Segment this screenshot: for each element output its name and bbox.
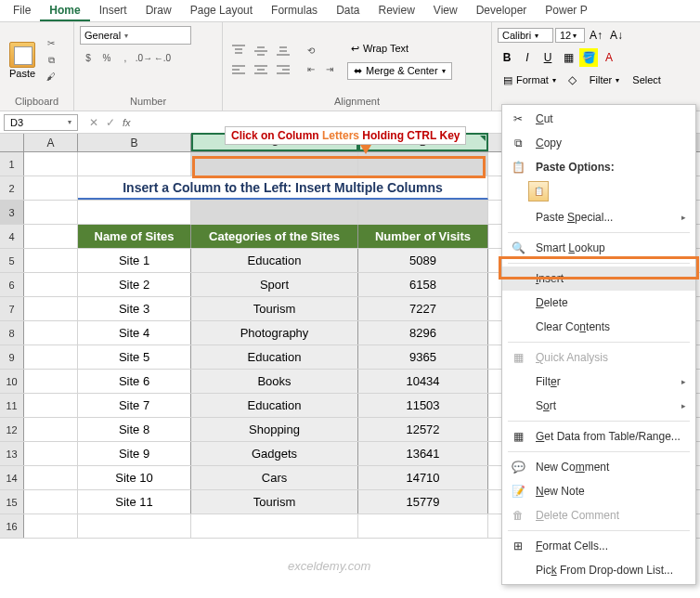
cell[interactable] [24, 152, 78, 176]
comma-icon[interactable]: , [117, 50, 134, 65]
ctx-filter[interactable]: Filter▸ [502, 370, 695, 394]
decrease-indent-icon[interactable]: ⇤ [303, 62, 319, 77]
data-name-cell[interactable]: Site 6 [78, 370, 191, 393]
tab-page-layout[interactable]: Page Layout [181, 0, 262, 21]
cell[interactable] [78, 152, 191, 176]
paste-option-all[interactable]: 📋 [528, 181, 549, 202]
align-bottom-icon[interactable] [273, 41, 293, 59]
col-header-a[interactable]: A [24, 134, 78, 151]
data-name-cell[interactable]: Site 3 [78, 297, 191, 320]
fx-icon[interactable]: fx [123, 117, 131, 128]
cell[interactable] [24, 297, 78, 320]
row-header[interactable]: 7 [0, 297, 24, 320]
ctx-get-data[interactable]: ▦Get Data from Table/Range... [502, 424, 695, 448]
data-category-cell[interactable]: Cars [191, 466, 358, 489]
cell[interactable] [24, 394, 78, 417]
decrease-font-icon[interactable]: A↓ [607, 26, 626, 45]
data-category-cell[interactable]: Education [191, 345, 358, 369]
align-left-icon[interactable] [228, 61, 249, 80]
cell[interactable] [78, 514, 191, 538]
header-visits[interactable]: Number of Visits [358, 225, 488, 248]
data-visits-cell[interactable]: 6158 [358, 273, 488, 296]
cell[interactable] [358, 514, 488, 538]
data-category-cell[interactable]: Shopping [191, 418, 358, 441]
cell[interactable] [24, 249, 78, 272]
data-category-cell[interactable]: Education [191, 394, 358, 417]
data-visits-cell[interactable]: 7227 [358, 297, 488, 320]
merge-center-button[interactable]: ⬌ Merge & Center ▾ [347, 62, 452, 80]
font-size-combo[interactable]: 12▾ [555, 28, 585, 43]
data-category-cell[interactable]: Tourism [191, 490, 358, 514]
increase-indent-icon[interactable]: ⇥ [321, 62, 338, 77]
wrap-text-button[interactable]: ↩ Wrap Text [347, 41, 452, 57]
paste-button[interactable]: Paste [6, 40, 39, 81]
row-header[interactable]: 15 [0, 490, 24, 514]
fill-color-button[interactable]: 🪣 [579, 48, 598, 67]
data-name-cell[interactable]: Site 8 [78, 418, 191, 441]
cell[interactable] [191, 201, 358, 224]
ctx-paste-special[interactable]: Paste Special...▸ [502, 205, 695, 229]
cell[interactable] [191, 514, 358, 538]
cell[interactable] [24, 201, 78, 224]
tab-data[interactable]: Data [327, 0, 369, 21]
number-format-combo[interactable]: General▾ [80, 26, 191, 45]
tab-insert[interactable]: Insert [90, 0, 136, 21]
cell[interactable] [24, 442, 78, 465]
data-name-cell[interactable]: Site 11 [78, 490, 191, 514]
ctx-pick-dropdown[interactable]: Pick From Drop-down List... [502, 558, 695, 582]
data-visits-cell[interactable]: 11503 [358, 394, 488, 417]
select-all-corner[interactable] [0, 134, 24, 151]
data-visits-cell[interactable]: 15779 [358, 490, 488, 514]
cell[interactable] [24, 514, 78, 538]
cell[interactable] [24, 345, 78, 369]
bold-button[interactable]: B [498, 48, 516, 67]
data-visits-cell[interactable]: 14710 [358, 466, 488, 489]
cell[interactable] [24, 176, 78, 200]
cancel-icon[interactable]: ✕ [89, 116, 98, 129]
data-visits-cell[interactable]: 12572 [358, 418, 488, 441]
ctx-copy[interactable]: ⧉Copy [502, 131, 695, 155]
tab-draw[interactable]: Draw [136, 0, 181, 21]
cut-icon[interactable]: ✂ [43, 36, 59, 51]
cell[interactable] [24, 466, 78, 489]
row-header[interactable]: 1 [0, 152, 24, 176]
data-visits-cell[interactable]: 8296 [358, 321, 488, 344]
align-middle-icon[interactable] [251, 41, 271, 59]
cell[interactable] [24, 490, 78, 514]
data-visits-cell[interactable]: 10434 [358, 370, 488, 393]
data-name-cell[interactable]: Site 7 [78, 394, 191, 417]
data-category-cell[interactable]: Gadgets [191, 442, 358, 465]
copy-icon[interactable]: ⧉ [43, 53, 59, 68]
title-cell[interactable]: Insert a Column to the Left: Insert Mult… [78, 176, 488, 200]
header-categories[interactable]: Categories of the Sites [191, 225, 358, 248]
row-header[interactable]: 8 [0, 321, 24, 344]
ctx-insert[interactable]: Insert [502, 266, 695, 291]
border-button[interactable]: ▦ [559, 48, 577, 67]
data-category-cell[interactable]: Tourism [191, 297, 358, 320]
align-center-icon[interactable] [251, 61, 271, 80]
data-name-cell[interactable]: Site 5 [78, 345, 191, 369]
cell[interactable] [191, 152, 358, 176]
underline-button[interactable]: U [538, 48, 557, 67]
row-header[interactable]: 6 [0, 273, 24, 296]
data-visits-cell[interactable]: 9365 [358, 345, 488, 369]
cell[interactable] [24, 370, 78, 393]
cell[interactable] [24, 225, 78, 248]
row-header[interactable]: 3 [0, 201, 24, 224]
row-header[interactable]: 12 [0, 418, 24, 441]
header-name[interactable]: Name of Sites [78, 225, 191, 248]
data-category-cell[interactable]: Education [191, 249, 358, 272]
cell[interactable] [78, 201, 191, 224]
format-button[interactable]: ▤ Format▾ [498, 72, 562, 88]
percent-icon[interactable]: % [98, 50, 115, 65]
data-visits-cell[interactable]: 13641 [358, 442, 488, 465]
format-painter-icon[interactable]: 🖌 [43, 70, 59, 84]
tab-view[interactable]: View [424, 0, 467, 21]
row-header[interactable]: 14 [0, 466, 24, 489]
data-name-cell[interactable]: Site 2 [78, 273, 191, 296]
data-category-cell[interactable]: Books [191, 370, 358, 393]
data-name-cell[interactable]: Site 9 [78, 442, 191, 465]
row-header[interactable]: 9 [0, 345, 24, 369]
increase-font-icon[interactable]: A↑ [587, 26, 605, 45]
row-header[interactable]: 16 [0, 514, 24, 538]
